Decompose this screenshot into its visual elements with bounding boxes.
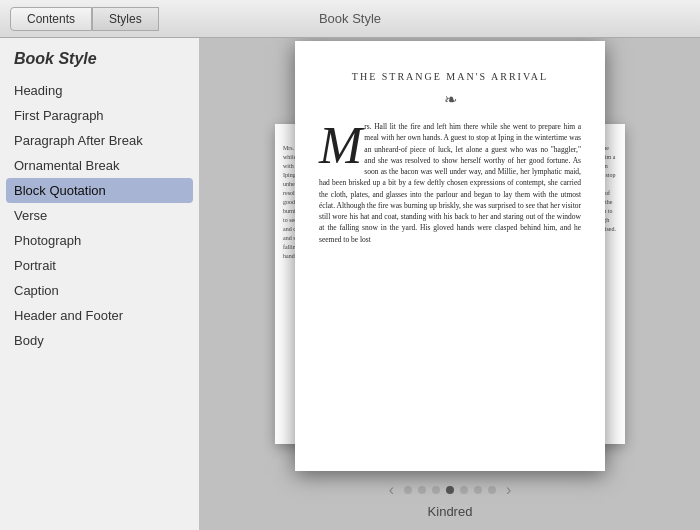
toolbar-title: Book Style [319,11,381,26]
page-body: Mrs. Hall lit the fire and left him ther… [319,121,581,245]
nav-dot-3[interactable] [446,486,454,494]
nav-dot-0[interactable] [404,486,412,494]
contents-tab[interactable]: Contents [10,7,92,31]
theme-label: Kindred [428,504,473,527]
nav-dot-1[interactable] [418,486,426,494]
sidebar-item-header-footer[interactable]: Header and Footer [0,303,199,328]
prev-arrow[interactable]: ‹ [385,481,398,499]
chapter-title: THE STRANGE MAN'S ARRIVAL [319,71,581,82]
nav-dot-4[interactable] [460,486,468,494]
sidebar-item-block-quotation[interactable]: Block Quotation [6,178,193,203]
sidebar: Book Style Heading First Paragraph Parag… [0,38,200,530]
next-arrow[interactable]: › [502,481,515,499]
book-page-main: THE STRANGE MAN'S ARRIVAL ❧ Mrs. Hall li… [295,41,605,471]
sidebar-item-photograph[interactable]: Photograph [0,228,199,253]
ornament: ❧ [319,90,581,109]
sidebar-item-caption[interactable]: Caption [0,278,199,303]
navigation-area: ‹ › [385,471,516,504]
nav-dot-6[interactable] [488,486,496,494]
sidebar-title: Book Style [0,38,199,78]
sidebar-item-portrait[interactable]: Portrait [0,253,199,278]
main-content: Book Style Heading First Paragraph Parag… [0,38,700,530]
sidebar-item-heading[interactable]: Heading [0,78,199,103]
toolbar: Contents Styles Book Style [0,0,700,38]
nav-dot-5[interactable] [474,486,482,494]
sidebar-item-paragraph-after-break[interactable]: Paragraph After Break [0,128,199,153]
sidebar-item-ornamental-break[interactable]: Ornamental Break [0,153,199,178]
drop-cap: M [319,125,362,167]
sidebar-item-body[interactable]: Body [0,328,199,353]
styles-tab[interactable]: Styles [92,7,159,31]
nav-dot-2[interactable] [432,486,440,494]
sidebar-item-verse[interactable]: Verse [0,203,199,228]
sidebar-item-first-paragraph[interactable]: First Paragraph [0,103,199,128]
preview-area: Mrs. Hall lit the fire and left him ther… [200,38,700,530]
